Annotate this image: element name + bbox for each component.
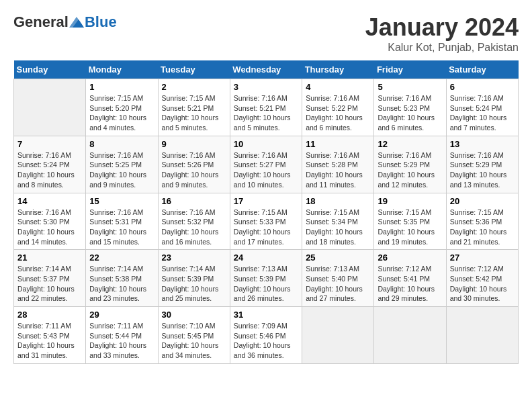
day-number: 1: [89, 82, 154, 92]
day-number: 23: [162, 253, 226, 263]
day-info: Sunrise: 7:15 AMSunset: 5:35 PMDaylight:…: [378, 208, 442, 247]
calendar-cell: 19Sunrise: 7:15 AMSunset: 5:35 PMDayligh…: [374, 193, 446, 250]
calendar-cell: 16Sunrise: 7:16 AMSunset: 5:32 PMDayligh…: [158, 193, 230, 250]
day-info: Sunrise: 7:16 AMSunset: 5:31 PMDaylight:…: [89, 208, 154, 247]
calendar-cell: [302, 307, 374, 364]
day-number: 5: [378, 82, 442, 92]
day-number: 3: [234, 82, 298, 92]
day-info: Sunrise: 7:14 AMSunset: 5:38 PMDaylight:…: [89, 264, 154, 304]
day-number: 6: [450, 82, 515, 92]
column-header-tuesday: Tuesday: [158, 60, 230, 79]
calendar-cell: 11Sunrise: 7:16 AMSunset: 5:28 PMDayligh…: [302, 136, 374, 193]
calendar-cell: 7Sunrise: 7:16 AMSunset: 5:24 PMDaylight…: [14, 136, 86, 193]
day-number: 15: [89, 196, 154, 206]
day-info: Sunrise: 7:16 AMSunset: 5:24 PMDaylight:…: [450, 93, 515, 133]
calendar-header-row: SundayMondayTuesdayWednesdayThursdayFrid…: [14, 60, 519, 79]
calendar-cell: 5Sunrise: 7:16 AMSunset: 5:23 PMDaylight…: [374, 79, 446, 136]
day-number: 8: [89, 139, 154, 149]
column-header-wednesday: Wednesday: [230, 60, 302, 79]
calendar-row: 28Sunrise: 7:11 AMSunset: 5:43 PMDayligh…: [14, 307, 519, 364]
day-info: Sunrise: 7:16 AMSunset: 5:23 PMDaylight:…: [378, 93, 442, 133]
calendar-table: SundayMondayTuesdayWednesdayThursdayFrid…: [13, 60, 519, 364]
day-number: 29: [89, 310, 154, 320]
day-info: Sunrise: 7:15 AMSunset: 5:21 PMDaylight:…: [162, 93, 226, 133]
logo: General Blue: [13, 13, 117, 31]
page-header: General Blue January 2024 Kalur Kot, Pun…: [13, 13, 519, 54]
day-info: Sunrise: 7:16 AMSunset: 5:32 PMDaylight:…: [162, 208, 226, 247]
calendar-cell: 25Sunrise: 7:13 AMSunset: 5:40 PMDayligh…: [302, 250, 374, 307]
day-info: Sunrise: 7:16 AMSunset: 5:25 PMDaylight:…: [89, 150, 154, 190]
calendar-cell: [446, 307, 518, 364]
column-header-friday: Friday: [374, 60, 446, 79]
calendar-cell: 2Sunrise: 7:15 AMSunset: 5:21 PMDaylight…: [158, 79, 230, 136]
calendar-cell: [14, 79, 86, 136]
day-info: Sunrise: 7:12 AMSunset: 5:42 PMDaylight:…: [450, 264, 515, 304]
day-number: 4: [306, 82, 370, 92]
day-info: Sunrise: 7:15 AMSunset: 5:34 PMDaylight:…: [306, 208, 370, 247]
day-number: 19: [378, 196, 442, 206]
day-info: Sunrise: 7:15 AMSunset: 5:33 PMDaylight:…: [234, 208, 298, 247]
logo-blue-text: Blue: [85, 13, 117, 31]
day-info: Sunrise: 7:16 AMSunset: 5:27 PMDaylight:…: [234, 150, 298, 190]
calendar-cell: 14Sunrise: 7:16 AMSunset: 5:30 PMDayligh…: [14, 193, 86, 250]
logo-icon: [69, 17, 84, 28]
day-number: 31: [234, 310, 298, 320]
day-number: 20: [450, 196, 515, 206]
calendar-cell: 1Sunrise: 7:15 AMSunset: 5:20 PMDaylight…: [86, 79, 158, 136]
column-header-monday: Monday: [86, 60, 158, 79]
calendar-cell: 21Sunrise: 7:14 AMSunset: 5:37 PMDayligh…: [14, 250, 86, 307]
day-info: Sunrise: 7:11 AMSunset: 5:43 PMDaylight:…: [17, 321, 82, 361]
day-number: 17: [234, 196, 298, 206]
day-info: Sunrise: 7:14 AMSunset: 5:39 PMDaylight:…: [162, 264, 226, 304]
calendar-cell: 31Sunrise: 7:09 AMSunset: 5:46 PMDayligh…: [230, 307, 302, 364]
day-info: Sunrise: 7:16 AMSunset: 5:24 PMDaylight:…: [17, 150, 82, 190]
calendar-cell: 26Sunrise: 7:12 AMSunset: 5:41 PMDayligh…: [374, 250, 446, 307]
day-number: 10: [234, 139, 298, 149]
day-number: 18: [306, 196, 370, 206]
day-number: 26: [378, 253, 442, 263]
logo-general-text: General: [13, 13, 69, 31]
day-number: 28: [17, 310, 82, 320]
day-number: 14: [17, 196, 82, 206]
day-info: Sunrise: 7:16 AMSunset: 5:29 PMDaylight:…: [378, 150, 442, 190]
day-number: 11: [306, 139, 370, 149]
day-info: Sunrise: 7:12 AMSunset: 5:41 PMDaylight:…: [378, 264, 442, 304]
day-number: 27: [450, 253, 515, 263]
calendar-cell: 6Sunrise: 7:16 AMSunset: 5:24 PMDaylight…: [446, 79, 518, 136]
day-info: Sunrise: 7:09 AMSunset: 5:46 PMDaylight:…: [234, 321, 298, 361]
day-info: Sunrise: 7:16 AMSunset: 5:29 PMDaylight:…: [450, 150, 515, 190]
day-number: 13: [450, 139, 515, 149]
calendar-cell: [374, 307, 446, 364]
column-header-saturday: Saturday: [446, 60, 518, 79]
calendar-cell: 27Sunrise: 7:12 AMSunset: 5:42 PMDayligh…: [446, 250, 518, 307]
calendar-cell: 20Sunrise: 7:15 AMSunset: 5:36 PMDayligh…: [446, 193, 518, 250]
day-info: Sunrise: 7:13 AMSunset: 5:40 PMDaylight:…: [306, 264, 370, 304]
day-info: Sunrise: 7:16 AMSunset: 5:30 PMDaylight:…: [17, 208, 82, 247]
calendar-cell: 3Sunrise: 7:16 AMSunset: 5:21 PMDaylight…: [230, 79, 302, 136]
day-info: Sunrise: 7:13 AMSunset: 5:39 PMDaylight:…: [234, 264, 298, 304]
column-header-sunday: Sunday: [14, 60, 86, 79]
calendar-row: 1Sunrise: 7:15 AMSunset: 5:20 PMDaylight…: [14, 79, 519, 136]
day-info: Sunrise: 7:14 AMSunset: 5:37 PMDaylight:…: [17, 264, 82, 304]
calendar-cell: 15Sunrise: 7:16 AMSunset: 5:31 PMDayligh…: [86, 193, 158, 250]
calendar-cell: 13Sunrise: 7:16 AMSunset: 5:29 PMDayligh…: [446, 136, 518, 193]
day-info: Sunrise: 7:11 AMSunset: 5:44 PMDaylight:…: [89, 321, 154, 361]
calendar-cell: 22Sunrise: 7:14 AMSunset: 5:38 PMDayligh…: [86, 250, 158, 307]
day-info: Sunrise: 7:16 AMSunset: 5:22 PMDaylight:…: [306, 93, 370, 133]
day-number: 9: [162, 139, 226, 149]
calendar-cell: 18Sunrise: 7:15 AMSunset: 5:34 PMDayligh…: [302, 193, 374, 250]
day-info: Sunrise: 7:16 AMSunset: 5:21 PMDaylight:…: [234, 93, 298, 133]
day-number: 25: [306, 253, 370, 263]
day-number: 21: [17, 253, 82, 263]
calendar-cell: 12Sunrise: 7:16 AMSunset: 5:29 PMDayligh…: [374, 136, 446, 193]
calendar-cell: 24Sunrise: 7:13 AMSunset: 5:39 PMDayligh…: [230, 250, 302, 307]
day-number: 30: [162, 310, 226, 320]
day-number: 2: [162, 82, 226, 92]
day-info: Sunrise: 7:15 AMSunset: 5:36 PMDaylight:…: [450, 208, 515, 247]
day-info: Sunrise: 7:16 AMSunset: 5:28 PMDaylight:…: [306, 150, 370, 190]
day-number: 24: [234, 253, 298, 263]
calendar-cell: 23Sunrise: 7:14 AMSunset: 5:39 PMDayligh…: [158, 250, 230, 307]
calendar-row: 7Sunrise: 7:16 AMSunset: 5:24 PMDaylight…: [14, 136, 519, 193]
calendar-cell: 4Sunrise: 7:16 AMSunset: 5:22 PMDaylight…: [302, 79, 374, 136]
day-number: 12: [378, 139, 442, 149]
